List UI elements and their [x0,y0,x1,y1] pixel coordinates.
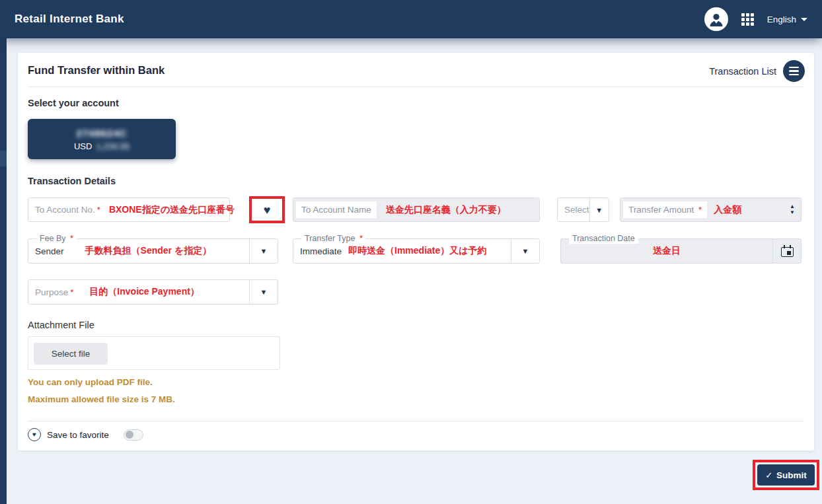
file-upload-area: Select file [28,336,280,370]
fee-by-value: Sender [28,246,64,256]
account-currency: USD [74,141,92,151]
upload-note-pdf: You can only upload PDF file. [28,377,153,387]
save-favorite-label: Save to favorite [47,430,109,440]
submit-label: Submit [776,470,807,480]
currency-select[interactable]: Select ▼ [557,198,609,222]
purpose-annotation: 目的（Invoice Payment） [89,286,200,298]
purpose-select[interactable]: Purpose * 目的（Invoice Payment） ▼ [28,279,278,305]
transfer-type-select[interactable]: Transfer Type * Immediate 即時送金（Immediate… [293,238,540,264]
account-number-blurred: 2748624C [76,127,127,139]
language-selector[interactable]: English [767,15,807,24]
to-account-name-input: To Account Name 送金先口座名義（入力不要） [293,198,540,222]
transfer-amount-annotation: 入金額 [714,204,741,216]
person-icon [708,11,725,28]
transaction-list-button[interactable]: Transaction List [709,60,805,82]
save-favorite-row: ♥ Save to favorite [28,428,143,441]
amount-stepper[interactable]: ▲ ▼ [790,204,795,215]
sidebar-strip [0,0,7,504]
to-account-no-annotation: BXONE指定の送金先口座番号 [109,204,235,216]
transfer-amount-placeholder: Transfer Amount * [623,201,707,218]
title-divider [28,87,804,87]
transfer-type-annotation: 即時送金（Immediate）又は予約 [348,245,487,257]
sidebar-strip-highlight [0,151,7,166]
transaction-date-annotation: 送金日 [561,245,772,257]
currency-select-value: Select [558,205,589,215]
required-mark: * [70,287,73,297]
fee-by-annotation: 手数料負担（Sender を指定） [85,245,212,257]
calendar-icon [781,245,794,257]
chevron-down-icon[interactable]: ▼ [249,239,278,263]
app-header: Retail Internet Bank English [0,0,822,38]
transaction-list-label: Transaction List [709,66,776,77]
favorite-picker-button[interactable]: ♥ [249,196,285,223]
account-card[interactable]: 2748624C USD 1,234.56 [28,119,176,159]
transfer-type-label: Transfer Type * [301,233,366,244]
app-title: Retail Internet Bank [15,13,124,26]
to-account-name-annotation: 送金先口座名義（入力不要） [386,204,506,216]
to-account-name-placeholder: To Account Name [296,201,377,218]
page-title: Fund Transfer within Bank [28,64,165,77]
language-label: English [767,15,796,24]
account-currency-row: USD 1,234.56 [74,141,130,151]
transfer-amount-input[interactable]: Transfer Amount * 入金額 ▲ ▼ [620,198,802,222]
check-icon: ✓ [765,470,772,480]
transaction-date-input[interactable]: Transaction Date 送金日 [560,238,802,264]
toggle-knob [126,431,133,439]
fee-by-select[interactable]: Fee By * Sender 手数料負担（Sender を指定） ▼ [28,238,278,264]
user-avatar[interactable] [704,7,728,31]
attachment-heading: Attachment File [28,320,94,330]
transaction-details-heading: Transaction Details [28,176,116,186]
submit-button[interactable]: ✓ Submit [757,464,815,486]
header-actions: English [704,7,807,31]
caret-down-icon [801,18,807,21]
select-account-heading: Select your account [28,98,119,108]
account-balance-blurred: 1,234.56 [96,141,130,151]
transaction-date-label: Transaction Date [569,233,638,244]
to-account-no-input[interactable]: To Account No. * BXONE指定の送金先口座番号 [28,198,230,222]
fee-by-label: Fee By * [36,233,77,244]
save-favorite-toggle[interactable] [124,429,143,441]
chevron-down-icon[interactable]: ▼ [511,239,539,263]
select-file-button[interactable]: Select file [34,343,108,365]
favorite-heart-icon: ♥ [28,428,41,441]
favorite-divider [28,421,804,421]
to-account-no-placeholder: To Account No. [28,205,95,215]
required-mark: * [97,205,100,215]
apps-grid-icon[interactable] [741,13,754,26]
chevron-down-icon[interactable]: ▼ [589,198,609,221]
spinner-down-icon[interactable]: ▼ [790,210,795,215]
calendar-button[interactable] [772,239,801,263]
transfer-type-value: Immediate [293,246,342,256]
spinner-up-icon[interactable]: ▲ [790,204,795,209]
upload-note-size: Maximum allowed file size is 7 MB. [28,394,175,404]
fund-transfer-card: Fund Transfer within Bank Transaction Li… [18,53,814,450]
heart-icon: ♥ [264,204,271,216]
purpose-placeholder: Purpose [28,287,68,297]
list-menu-icon [783,60,805,82]
submit-annotation-box: ✓ Submit [753,460,819,490]
chevron-down-icon[interactable]: ▼ [249,280,278,304]
